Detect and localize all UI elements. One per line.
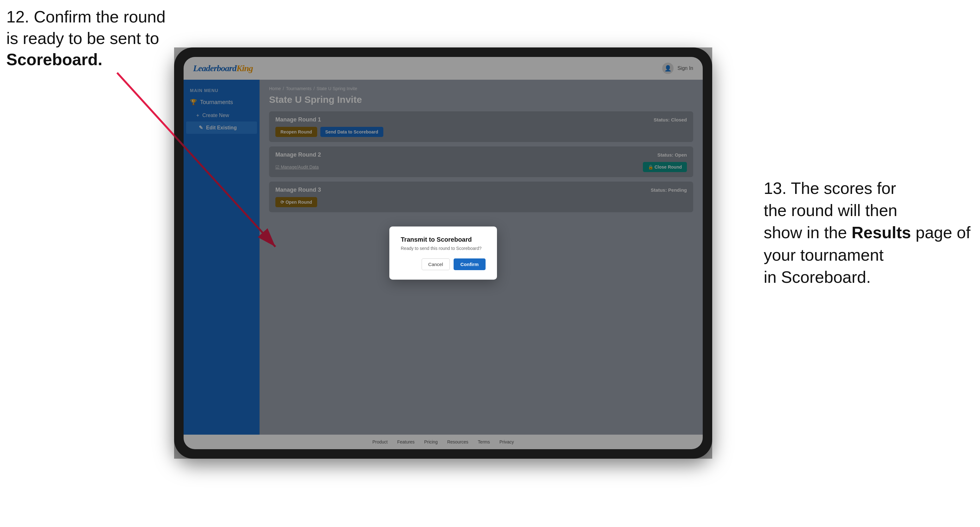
modal-box: Transmit to Scoreboard Ready to send thi… xyxy=(389,227,497,279)
modal-title: Transmit to Scoreboard xyxy=(401,236,485,243)
modal-cancel-button[interactable]: Cancel xyxy=(422,259,450,270)
annotation-top-left: 12. Confirm the round is ready to be sen… xyxy=(6,6,165,71)
annotation-line1: 12. Confirm the round xyxy=(6,8,165,26)
annotation-line2: is ready to be sent to xyxy=(6,29,159,48)
modal-actions: Cancel Confirm xyxy=(401,259,485,270)
annotation-right-line1: 13. The scores for xyxy=(764,179,896,197)
modal-confirm-button[interactable]: Confirm xyxy=(453,259,486,270)
annotation-bottom-right: 13. The scores for the round will then s… xyxy=(764,177,970,288)
annotation-right-results: Results xyxy=(851,223,911,242)
annotation-right-line4-rest: page of xyxy=(911,223,970,242)
modal-subtitle: Ready to send this round to Scoreboard? xyxy=(401,246,485,251)
annotation-right-line2: the round will then xyxy=(764,201,897,219)
annotation-right-line6: in Scoreboard. xyxy=(764,268,871,286)
tablet-device: LeaderboardKing 👤 Sign In MAIN MENU 🏆 To… xyxy=(174,48,712,459)
tablet-screen: LeaderboardKing 👤 Sign In MAIN MENU 🏆 To… xyxy=(184,57,703,449)
modal-overlay: Transmit to Scoreboard Ready to send thi… xyxy=(184,57,703,449)
annotation-right-line3: show in the xyxy=(764,223,847,242)
annotation-line3: Scoreboard. xyxy=(6,50,102,69)
annotation-right-line5: your tournament xyxy=(764,246,884,264)
